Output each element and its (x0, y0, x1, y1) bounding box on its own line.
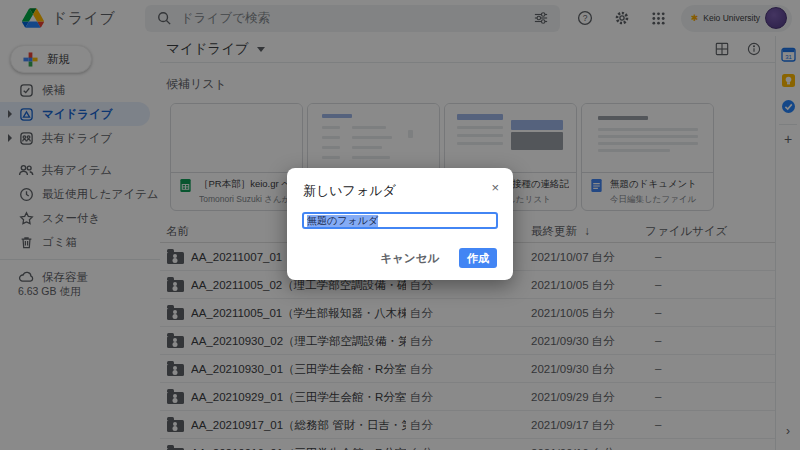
cancel-button[interactable]: キャンセル (380, 251, 439, 266)
dialog-title: 新しいフォルダ (303, 182, 396, 200)
dialog-actions: キャンセル 作成 (380, 248, 497, 268)
new-folder-dialog: 新しいフォルダ × 無題のフォルダ キャンセル 作成 (287, 168, 513, 280)
close-icon[interactable]: × (491, 180, 499, 195)
google-drive-window: ドライブ ? (0, 0, 800, 450)
selected-input-text: 無題のフォルダ (307, 215, 378, 227)
create-button[interactable]: 作成 (459, 248, 497, 268)
folder-name-input[interactable]: 無題のフォルダ (302, 212, 498, 229)
